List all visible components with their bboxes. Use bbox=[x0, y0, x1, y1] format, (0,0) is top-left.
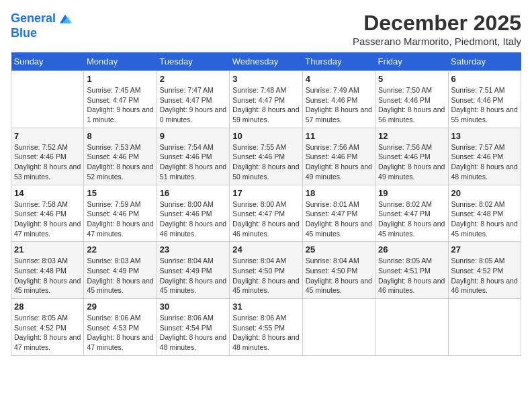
day-header-wednesday: Wednesday bbox=[230, 52, 302, 71]
location-subtitle: Passerano Marmorito, Piedmont, Italy bbox=[353, 36, 521, 47]
day-number: 3 bbox=[232, 74, 299, 84]
week-row-5: 28Sunrise: 8:05 AMSunset: 4:52 PMDayligh… bbox=[11, 299, 521, 356]
day-number: 12 bbox=[378, 131, 445, 141]
calendar-cell: 18Sunrise: 8:01 AMSunset: 4:47 PMDayligh… bbox=[302, 185, 375, 242]
calendar-cell: 31Sunrise: 8:06 AMSunset: 4:55 PMDayligh… bbox=[230, 299, 302, 356]
cell-info: Sunrise: 7:52 AMSunset: 4:46 PMDaylight:… bbox=[14, 142, 81, 182]
page-header: General Blue December 2025 Passerano Mar… bbox=[11, 11, 521, 47]
calendar-cell: 6Sunrise: 7:51 AMSunset: 4:46 PMDaylight… bbox=[448, 71, 521, 128]
calendar-cell: 11Sunrise: 7:56 AMSunset: 4:46 PMDayligh… bbox=[302, 128, 375, 185]
day-number: 14 bbox=[14, 188, 81, 198]
calendar-cell: 16Sunrise: 8:00 AMSunset: 4:46 PMDayligh… bbox=[157, 185, 229, 242]
day-header-thursday: Thursday bbox=[302, 52, 375, 71]
day-number: 11 bbox=[306, 131, 372, 141]
cell-info: Sunrise: 7:59 AMSunset: 4:46 PMDaylight:… bbox=[87, 199, 153, 239]
day-number: 22 bbox=[87, 244, 153, 255]
calendar-cell: 9Sunrise: 7:54 AMSunset: 4:46 PMDaylight… bbox=[157, 128, 229, 185]
day-number: 28 bbox=[14, 302, 81, 312]
calendar-cell: 10Sunrise: 7:55 AMSunset: 4:46 PMDayligh… bbox=[230, 128, 302, 185]
day-number: 17 bbox=[232, 188, 299, 198]
calendar-cell: 26Sunrise: 8:05 AMSunset: 4:51 PMDayligh… bbox=[375, 242, 448, 299]
day-number: 18 bbox=[306, 188, 372, 198]
calendar-cell: 2Sunrise: 7:47 AMSunset: 4:47 PMDaylight… bbox=[157, 71, 229, 128]
day-number: 25 bbox=[306, 244, 372, 255]
calendar-cell: 21Sunrise: 8:03 AMSunset: 4:48 PMDayligh… bbox=[11, 242, 84, 299]
title-block: December 2025 Passerano Marmorito, Piedm… bbox=[353, 11, 521, 47]
logo-icon bbox=[57, 11, 73, 27]
calendar-cell: 15Sunrise: 7:59 AMSunset: 4:46 PMDayligh… bbox=[84, 185, 157, 242]
day-number: 21 bbox=[14, 244, 81, 255]
calendar-cell bbox=[11, 71, 84, 128]
day-number: 4 bbox=[306, 74, 372, 84]
calendar-cell bbox=[302, 299, 375, 356]
cell-info: Sunrise: 7:49 AMSunset: 4:46 PMDaylight:… bbox=[306, 85, 372, 125]
day-header-sunday: Sunday bbox=[11, 52, 84, 71]
day-number: 27 bbox=[451, 244, 518, 255]
day-number: 7 bbox=[14, 131, 81, 141]
calendar-cell: 22Sunrise: 8:03 AMSunset: 4:49 PMDayligh… bbox=[84, 242, 157, 299]
cell-info: Sunrise: 8:00 AMSunset: 4:47 PMDaylight:… bbox=[232, 199, 299, 239]
cell-info: Sunrise: 8:00 AMSunset: 4:46 PMDaylight:… bbox=[160, 199, 226, 239]
calendar-cell: 7Sunrise: 7:52 AMSunset: 4:46 PMDaylight… bbox=[11, 128, 84, 185]
day-number: 24 bbox=[232, 244, 299, 255]
calendar-cell: 19Sunrise: 8:02 AMSunset: 4:47 PMDayligh… bbox=[375, 185, 448, 242]
days-header-row: SundayMondayTuesdayWednesdayThursdayFrid… bbox=[11, 52, 521, 71]
calendar-cell: 29Sunrise: 8:06 AMSunset: 4:53 PMDayligh… bbox=[84, 299, 157, 356]
month-title: December 2025 bbox=[353, 11, 521, 36]
day-number: 10 bbox=[232, 131, 299, 141]
week-row-1: 1Sunrise: 7:45 AMSunset: 4:47 PMDaylight… bbox=[11, 71, 521, 128]
week-row-3: 14Sunrise: 7:58 AMSunset: 4:46 PMDayligh… bbox=[11, 185, 521, 242]
day-number: 6 bbox=[451, 74, 518, 84]
calendar-cell: 14Sunrise: 7:58 AMSunset: 4:46 PMDayligh… bbox=[11, 185, 84, 242]
day-number: 19 bbox=[378, 188, 445, 198]
day-number: 16 bbox=[160, 188, 226, 198]
cell-info: Sunrise: 7:55 AMSunset: 4:46 PMDaylight:… bbox=[232, 142, 299, 182]
calendar-cell: 24Sunrise: 8:04 AMSunset: 4:50 PMDayligh… bbox=[230, 242, 302, 299]
day-number: 20 bbox=[451, 188, 518, 198]
cell-info: Sunrise: 8:06 AMSunset: 4:53 PMDaylight:… bbox=[87, 313, 153, 353]
calendar-cell: 3Sunrise: 7:48 AMSunset: 4:47 PMDaylight… bbox=[230, 71, 302, 128]
cell-info: Sunrise: 7:56 AMSunset: 4:46 PMDaylight:… bbox=[378, 142, 445, 182]
cell-info: Sunrise: 8:04 AMSunset: 4:49 PMDaylight:… bbox=[160, 256, 226, 295]
week-row-2: 7Sunrise: 7:52 AMSunset: 4:46 PMDaylight… bbox=[11, 128, 521, 185]
day-number: 13 bbox=[451, 131, 518, 141]
cell-info: Sunrise: 7:45 AMSunset: 4:47 PMDaylight:… bbox=[87, 85, 153, 125]
calendar-cell: 28Sunrise: 8:05 AMSunset: 4:52 PMDayligh… bbox=[11, 299, 84, 356]
day-header-friday: Friday bbox=[375, 52, 448, 71]
cell-info: Sunrise: 8:03 AMSunset: 4:48 PMDaylight:… bbox=[14, 256, 81, 295]
cell-info: Sunrise: 8:04 AMSunset: 4:50 PMDaylight:… bbox=[232, 256, 299, 295]
calendar-cell: 23Sunrise: 8:04 AMSunset: 4:49 PMDayligh… bbox=[157, 242, 229, 299]
cell-info: Sunrise: 7:56 AMSunset: 4:46 PMDaylight:… bbox=[306, 142, 372, 182]
calendar-table: SundayMondayTuesdayWednesdayThursdayFrid… bbox=[11, 52, 521, 356]
calendar-cell: 12Sunrise: 7:56 AMSunset: 4:46 PMDayligh… bbox=[375, 128, 448, 185]
calendar-cell: 17Sunrise: 8:00 AMSunset: 4:47 PMDayligh… bbox=[230, 185, 302, 242]
cell-info: Sunrise: 7:47 AMSunset: 4:47 PMDaylight:… bbox=[160, 85, 226, 125]
cell-info: Sunrise: 7:57 AMSunset: 4:46 PMDaylight:… bbox=[451, 142, 518, 182]
cell-info: Sunrise: 7:54 AMSunset: 4:46 PMDaylight:… bbox=[160, 142, 226, 182]
cell-info: Sunrise: 8:04 AMSunset: 4:50 PMDaylight:… bbox=[306, 256, 372, 295]
cell-info: Sunrise: 8:01 AMSunset: 4:47 PMDaylight:… bbox=[306, 199, 372, 239]
day-number: 30 bbox=[160, 302, 226, 312]
day-number: 1 bbox=[87, 74, 153, 84]
cell-info: Sunrise: 8:06 AMSunset: 4:54 PMDaylight:… bbox=[160, 313, 226, 353]
calendar-cell: 30Sunrise: 8:06 AMSunset: 4:54 PMDayligh… bbox=[157, 299, 229, 356]
calendar-cell: 1Sunrise: 7:45 AMSunset: 4:47 PMDaylight… bbox=[84, 71, 157, 128]
day-number: 15 bbox=[87, 188, 153, 198]
day-number: 26 bbox=[378, 244, 445, 255]
calendar-cell: 13Sunrise: 7:57 AMSunset: 4:46 PMDayligh… bbox=[448, 128, 521, 185]
cell-info: Sunrise: 7:51 AMSunset: 4:46 PMDaylight:… bbox=[451, 85, 518, 125]
calendar-cell bbox=[375, 299, 448, 356]
day-number: 23 bbox=[160, 244, 226, 255]
cell-info: Sunrise: 8:02 AMSunset: 4:48 PMDaylight:… bbox=[451, 199, 518, 239]
day-header-saturday: Saturday bbox=[448, 52, 521, 71]
day-number: 8 bbox=[87, 131, 153, 141]
week-row-4: 21Sunrise: 8:03 AMSunset: 4:48 PMDayligh… bbox=[11, 242, 521, 299]
day-number: 29 bbox=[87, 302, 153, 312]
logo-text: General bbox=[11, 12, 56, 26]
calendar-cell: 5Sunrise: 7:50 AMSunset: 4:46 PMDaylight… bbox=[375, 71, 448, 128]
calendar-cell: 25Sunrise: 8:04 AMSunset: 4:50 PMDayligh… bbox=[302, 242, 375, 299]
day-header-monday: Monday bbox=[84, 52, 157, 71]
day-number: 9 bbox=[160, 131, 226, 141]
cell-info: Sunrise: 8:06 AMSunset: 4:55 PMDaylight:… bbox=[232, 313, 299, 353]
calendar-cell bbox=[448, 299, 521, 356]
